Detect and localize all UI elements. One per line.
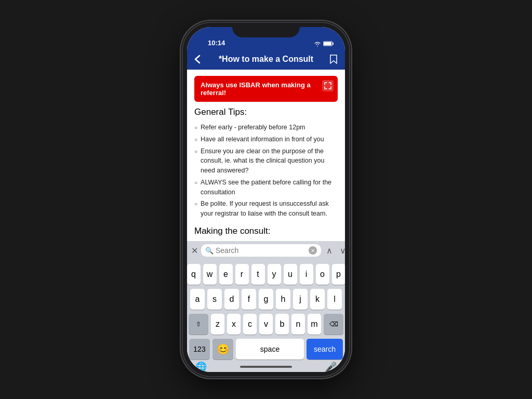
nav-bar: *How to make a Consult	[187, 50, 345, 70]
phone-screen: 10:14	[187, 27, 345, 372]
key-t[interactable]: t	[251, 264, 265, 285]
key-g[interactable]: g	[259, 289, 273, 310]
key-y[interactable]: y	[268, 264, 281, 285]
alert-banner: Always use ISBAR when making a referral!	[194, 76, 338, 102]
mic-button[interactable]: 🎤	[325, 361, 337, 372]
search-close-button[interactable]: ✕	[191, 245, 198, 256]
key-w[interactable]: w	[203, 264, 217, 285]
alert-text: Always use ISBAR when making a referral!	[201, 81, 311, 97]
svg-rect-2	[324, 42, 331, 45]
keyboard-row-1: q w e r t y u i o p	[189, 264, 343, 285]
search-input-wrapper: 🔍 ✕	[201, 244, 321, 257]
list-item: ALWAYS see the patient before calling fo…	[194, 178, 338, 197]
search-bar-area: ✕ 🔍 ✕ ∧ ∨	[187, 241, 345, 260]
key-space[interactable]: space	[236, 339, 304, 360]
keyboard-bottom-row: 123 😊 space search	[189, 339, 343, 360]
alert-expand-button[interactable]	[322, 80, 334, 91]
key-d[interactable]: d	[224, 289, 239, 310]
key-numbers[interactable]: 123	[189, 339, 210, 360]
back-icon	[194, 55, 201, 64]
key-h[interactable]: h	[276, 289, 290, 310]
status-time: 10:14	[197, 39, 225, 47]
key-j[interactable]: j	[293, 289, 308, 310]
nav-title: *How to make a Consult	[207, 55, 325, 64]
status-icons	[314, 41, 335, 47]
list-item: Ensure you are clear on the purpose of t…	[194, 147, 338, 176]
key-f[interactable]: f	[242, 289, 256, 310]
tips-list: Refer early - preferably before 12pm Hav…	[194, 123, 338, 221]
key-k[interactable]: k	[310, 289, 325, 310]
list-item: Be polite. If your request is unsuccessf…	[194, 199, 338, 219]
key-u[interactable]: u	[284, 264, 297, 285]
search-clear-button[interactable]: ✕	[309, 246, 317, 255]
search-input[interactable]	[216, 246, 307, 255]
content-area: Always use ISBAR when making a referral!…	[187, 70, 345, 241]
key-v[interactable]: v	[259, 314, 273, 335]
search-next-button[interactable]: ∨	[338, 245, 345, 257]
home-bar	[240, 366, 292, 368]
key-search[interactable]: search	[307, 339, 343, 360]
bookmark-button[interactable]	[325, 54, 338, 64]
key-z[interactable]: z	[211, 314, 224, 335]
keyboard: q w e r t y u i o p a s d f g h j k	[187, 260, 345, 362]
key-m[interactable]: m	[308, 314, 321, 335]
key-delete[interactable]: ⌫	[324, 314, 343, 335]
key-s[interactable]: s	[207, 289, 222, 310]
globe-button[interactable]: 🌐	[195, 361, 207, 372]
battery-icon	[323, 41, 335, 47]
key-i[interactable]: i	[300, 264, 313, 285]
phone-frame: 10:14	[183, 23, 349, 376]
key-q[interactable]: q	[187, 264, 201, 285]
key-x[interactable]: x	[227, 314, 241, 335]
key-l[interactable]: l	[327, 289, 342, 310]
expand-icon	[324, 82, 331, 89]
general-tips-title: General Tips:	[194, 107, 338, 117]
home-indicator-area: 🌐 🎤	[187, 362, 345, 372]
key-r[interactable]: r	[235, 264, 249, 285]
back-button[interactable]	[194, 55, 207, 64]
key-b[interactable]: b	[275, 314, 289, 335]
bookmark-icon	[329, 54, 338, 64]
list-item: Have all relevant information in front o…	[194, 135, 338, 144]
list-item: Refer early - preferably before 12pm	[194, 123, 338, 132]
search-prev-button[interactable]: ∧	[324, 245, 335, 257]
phone-notch	[232, 23, 300, 37]
key-o[interactable]: o	[316, 264, 329, 285]
wifi-icon	[314, 41, 321, 47]
svg-rect-1	[332, 43, 334, 45]
search-icon: 🔍	[205, 247, 214, 255]
key-e[interactable]: e	[219, 264, 233, 285]
key-emoji[interactable]: 😊	[212, 339, 233, 360]
making-consult-title: Making the consult:	[194, 226, 338, 236]
keyboard-row-2: a s d f g h j k l	[189, 289, 343, 310]
key-a[interactable]: a	[190, 289, 205, 310]
key-n[interactable]: n	[291, 314, 305, 335]
key-shift[interactable]: ⇧	[189, 314, 208, 335]
keyboard-row-3: ⇧ z x c v b n m ⌫	[189, 314, 343, 335]
key-c[interactable]: c	[243, 314, 257, 335]
key-p[interactable]: p	[332, 264, 345, 285]
